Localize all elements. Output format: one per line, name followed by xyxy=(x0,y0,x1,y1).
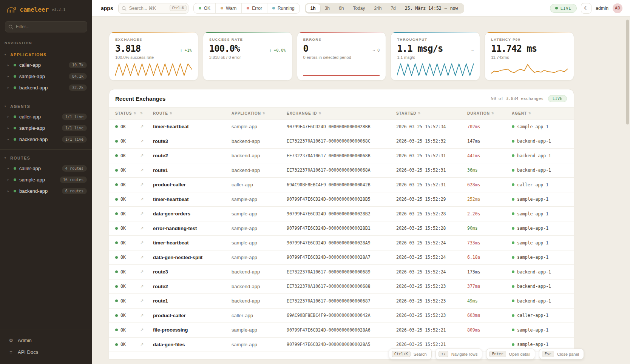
open-detail-cell[interactable]: ↗ xyxy=(140,197,153,202)
agent-dot-icon xyxy=(512,270,514,273)
duration-cell: 49ms xyxy=(467,298,512,304)
table-row[interactable]: OK↗error-handling-testsample-app90799F47… xyxy=(109,221,574,236)
sidebar-item-agents-sample-app[interactable]: ▸sample-app1/1 live xyxy=(0,122,92,134)
open-detail-cell[interactable]: ↗ xyxy=(140,269,153,274)
sidebar-footer-api-docs[interactable]: ≡API Docs xyxy=(0,346,92,358)
status-filter-running[interactable]: Running xyxy=(267,3,300,13)
column-header-application[interactable]: APPLICATION⇅ xyxy=(232,111,287,115)
table-row[interactable]: OK↗timer-heartbeatsample-app90799F47E6CD… xyxy=(109,192,574,207)
table-row[interactable]: OK↗product-callercaller-app69AC90BF8EBC4… xyxy=(109,309,574,323)
table-row[interactable]: OK↗file-processingsample-app90799F47E6CD… xyxy=(109,323,574,338)
table-row[interactable]: OK↗data-gen-nested-splitsample-app90799F… xyxy=(109,250,574,265)
column-header-status[interactable]: STATUS⇅ xyxy=(109,111,140,115)
open-arrow-icon: ↗ xyxy=(140,240,144,245)
sidebar-item-badge: 16 routes xyxy=(60,177,87,183)
column-header-started[interactable]: STARTED⇅ xyxy=(396,111,467,115)
status-dot-icon xyxy=(14,75,16,78)
chevron-right-icon: ▸ xyxy=(8,138,11,141)
open-detail-cell[interactable]: ↗ xyxy=(140,327,153,332)
time-range-7d[interactable]: 7d xyxy=(386,4,400,12)
sidebar-item-routes-backend-app[interactable]: ▸backend-app6 routes xyxy=(0,185,92,197)
open-detail-cell[interactable]: ↗ xyxy=(140,211,153,216)
agent-dot-icon xyxy=(512,154,514,157)
open-detail-cell[interactable]: ↗ xyxy=(140,226,153,231)
nav-section-applications: ▾APPLICATIONS▸caller-app10.7k▸sample-app… xyxy=(0,46,92,98)
status-dot-icon xyxy=(272,7,275,9)
sidebar-item-agents-caller-app[interactable]: ▸caller-app1/1 live xyxy=(0,111,92,122)
sort-icon: ⇅ xyxy=(528,112,531,115)
sidebar-item-applications-sample-app[interactable]: ▸sample-app84.1k xyxy=(0,71,92,82)
time-range-6h[interactable]: 6h xyxy=(334,4,348,12)
table-row[interactable]: OK↗timer-heartbeatsample-app90799F47E6CD… xyxy=(109,120,574,134)
open-detail-cell[interactable]: ↗ xyxy=(140,182,153,187)
section-header-applications[interactable]: ▾APPLICATIONS xyxy=(0,50,92,59)
table-row[interactable]: OK↗data-gen-orderssample-app90799F47E6CD… xyxy=(109,207,574,221)
agent-label: backend-app-1 xyxy=(517,269,551,275)
table-row[interactable]: OK↗product-callercaller-app69AC90BF8EBC4… xyxy=(109,178,574,192)
section-header-agents[interactable]: ▾AGENTS xyxy=(0,102,92,111)
sparkline-chart xyxy=(303,62,380,77)
status-filter-ok[interactable]: OK xyxy=(194,3,216,13)
column-label: DURATION xyxy=(467,111,490,115)
table-row[interactable]: OK↗route2backend-appEE7322370A10617-0000… xyxy=(109,280,574,294)
duration-cell: 6.18s xyxy=(467,255,512,260)
shortcut-label: Search xyxy=(414,352,427,356)
open-detail-cell[interactable]: ↗ xyxy=(140,255,153,260)
open-detail-cell[interactable]: ↗ xyxy=(140,298,153,303)
time-range-24h[interactable]: 24h xyxy=(369,4,386,12)
column-header-trace[interactable]: ⇅ xyxy=(140,112,153,115)
metric-delta: → xyxy=(471,48,474,52)
live-dot-icon xyxy=(555,7,558,9)
started-cell: 2026-03-25 15:52:21 xyxy=(396,327,467,333)
status-filter-error[interactable]: Error xyxy=(242,3,267,13)
shortcut-close-panel: EscClose panel xyxy=(539,349,584,359)
live-toggle[interactable]: LIVE xyxy=(550,4,577,13)
column-header-agent[interactable]: AGENT⇅ xyxy=(512,111,574,115)
table-row[interactable]: OK↗route3backend-appEE7322370A10617-0000… xyxy=(109,134,574,149)
open-detail-cell[interactable]: ↗ xyxy=(140,240,153,245)
table-row[interactable]: OK↗route3backend-appEE7322370A10617-0000… xyxy=(109,265,574,280)
sidebar-item-routes-sample-app[interactable]: ▸sample-app16 routes xyxy=(0,174,92,185)
open-detail-cell[interactable]: ↗ xyxy=(140,168,153,173)
sidebar-footer-admin[interactable]: ⚙Admin xyxy=(0,335,92,346)
status-label: OK xyxy=(120,138,126,144)
sidebar-filter-input[interactable] xyxy=(5,21,87,32)
application-cell: sample-app xyxy=(232,226,287,231)
open-detail-cell[interactable]: ↗ xyxy=(140,342,153,347)
open-arrow-icon: ↗ xyxy=(140,342,144,347)
avatar[interactable]: AD xyxy=(613,3,622,13)
metric-value: 100.0% xyxy=(209,43,240,54)
sidebar-item-routes-caller-app[interactable]: ▸caller-app4 routes xyxy=(0,163,92,174)
agent-label: backend-app-1 xyxy=(517,167,551,173)
column-header-duration[interactable]: DURATION⇅ xyxy=(467,111,512,115)
theme-toggle-button[interactable]: ☾ xyxy=(581,3,591,14)
status-filter-warn[interactable]: Warn xyxy=(216,3,242,13)
open-detail-cell[interactable]: ↗ xyxy=(140,124,153,129)
table-row[interactable]: OK↗route1backend-appEE7322370A10617-0000… xyxy=(109,294,574,309)
open-detail-cell[interactable]: ↗ xyxy=(140,313,153,318)
date-range[interactable]: 25. März 14:52 — now xyxy=(400,6,463,11)
column-header-route[interactable]: ROUTE⇅ xyxy=(153,111,232,115)
open-detail-cell[interactable]: ↗ xyxy=(140,153,153,158)
open-detail-cell[interactable]: ↗ xyxy=(140,284,153,289)
sort-icon: ⇅ xyxy=(170,112,173,115)
time-range-1h[interactable]: 1h xyxy=(306,4,320,12)
shortcut-label: Open detail xyxy=(509,352,530,356)
scrollbar-thumb[interactable] xyxy=(626,20,629,124)
sidebar-item-applications-backend-app[interactable]: ▸backend-app32.2k xyxy=(0,82,92,93)
table-row[interactable]: OK↗route2backend-appEE7322370A10617-0000… xyxy=(109,149,574,163)
shortcut-open-detail: EnterOpen detail xyxy=(486,349,535,359)
section-header-routes[interactable]: ▾ROUTES xyxy=(0,154,92,163)
table-row[interactable]: OK↗timer-heartbeatsample-app90799F47E6CD… xyxy=(109,236,574,250)
time-range-3h[interactable]: 3h xyxy=(320,4,334,12)
chevron-right-icon: ▸ xyxy=(8,126,11,130)
open-detail-cell[interactable]: ↗ xyxy=(140,139,153,144)
status-cell: OK xyxy=(109,342,140,347)
duration-cell: 441ms xyxy=(467,153,512,158)
time-range-today[interactable]: Today xyxy=(348,4,369,12)
table-row[interactable]: OK↗route1backend-appEE7322370A10617-0000… xyxy=(109,163,574,178)
sidebar-item-applications-caller-app[interactable]: ▸caller-app10.7k xyxy=(0,59,92,71)
sidebar-item-agents-backend-app[interactable]: ▸backend-app1/1 live xyxy=(0,134,92,145)
footer-item-label: API Docs xyxy=(18,349,38,355)
column-header-exchange-id[interactable]: EXCHANGE ID⇅ xyxy=(287,111,396,115)
